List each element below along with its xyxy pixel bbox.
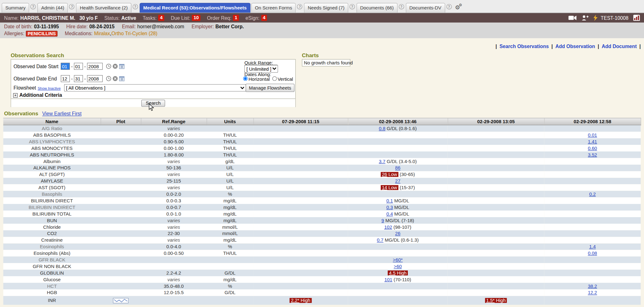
view-earliest-first-link[interactable]: View Earliest First [42,111,81,117]
expand-plus-icon[interactable]: + [13,93,18,97]
date-start-day-input[interactable] [74,63,83,70]
allergies-label: Allergies: [4,31,24,36]
value-cell [253,224,348,230]
lightning-icon[interactable] [593,15,597,21]
order-req-badge[interactable]: 1 [233,15,239,21]
observation-value-link[interactable]: 26 [395,231,401,236]
time-picker-icon[interactable] [106,63,111,69]
link-add-document[interactable]: Add Document [602,43,636,49]
observation-value-link[interactable]: 0.2 [589,192,596,197]
help-icon[interactable]: ? [31,4,36,9]
observation-value-link[interactable]: 3.52 [588,152,597,157]
value-cell [544,230,641,237]
clear-date-icon[interactable] [113,63,118,69]
tab-health-surveillance[interactable]: Health Surveillance (2) [76,3,131,13]
tab-summary[interactable]: Summary [2,3,29,13]
abnormal-value-badge[interactable]: 2.2* High [290,298,312,303]
add-person-icon[interactable] [581,15,588,20]
tab-documents[interactable]: Documents (66) [357,3,397,13]
date-end-day-input[interactable] [74,75,83,82]
value-detail: MG/DL (0.6-1.3) [383,238,419,243]
units-cell: % [207,283,253,289]
value-cell [253,145,348,151]
help-icon[interactable]: ? [446,4,452,9]
time-picker-icon[interactable] [106,76,111,81]
date-end-year-input[interactable] [87,75,103,82]
tab-needs-signed[interactable]: Needs Signed (7) [304,3,348,13]
observation-value-link[interactable]: 0.7 [377,238,383,243]
manage-flowsheets-button[interactable]: Manage Flowsheets [246,84,294,92]
value-cell [448,217,544,224]
medication-link-miralax[interactable]: Miralax [94,31,110,36]
medication-link-ortho-tri-cyclen[interactable]: Ortho Tri-Cyclen (28) [111,31,157,36]
inr-sparkline[interactable] [113,298,129,304]
help-icon[interactable]: ? [399,4,404,9]
charts-panel: Charts No growth charts found [302,52,350,67]
date-start-label: Observed Date Start [14,63,59,69]
observation-value-link[interactable]: 102 [384,224,392,229]
gear-icon[interactable]: ⚙⚙ [455,4,460,11]
help-icon[interactable]: ? [69,4,75,9]
calendar-icon[interactable] [119,76,125,81]
value-detail: (98-107) [392,224,411,229]
date-start-year-input[interactable] [87,63,103,70]
observation-value-link[interactable]: 0.01 [588,133,597,138]
link-add-observation[interactable]: Add Observation [555,43,595,49]
observation-value-link[interactable]: 0.60 [588,146,597,151]
abnormal-value-badge[interactable]: 4.5 High [388,271,408,276]
abnormal-value-badge[interactable]: 26 Low [381,172,398,177]
observation-value-link[interactable]: 27 [395,178,401,184]
help-icon[interactable]: ? [297,4,303,9]
observation-value-link[interactable]: 86 [395,165,401,170]
observation-value-link[interactable]: 0.4 [386,211,393,217]
observation-value-link[interactable]: 0.8 [379,126,386,131]
observation-value-link[interactable]: >60 [394,264,402,269]
observation-value-link[interactable]: 1.4 [589,244,596,249]
additional-criteria-toggle[interactable]: + Additional Criteria [13,92,62,98]
flowsheet-select[interactable]: [ All Observations ] [64,84,246,92]
ref-range-cell: 0.00-0.50 [141,250,207,256]
value-cell: 102 (98-107) [348,224,447,230]
abnormal-value-badge[interactable]: 1.5* High [485,298,507,303]
observation-value-link[interactable]: 38.2 [588,284,597,289]
chart-icon[interactable] [633,15,640,21]
tasks-badge[interactable]: 4 [158,15,164,21]
observation-value-link[interactable]: 101 [385,277,392,282]
due-list-badge[interactable]: 10 [192,15,200,21]
date-end-month-input[interactable] [61,75,70,82]
help-icon[interactable]: ? [133,4,138,9]
observation-value-link[interactable]: 0.08 [588,251,597,256]
observation-value-link[interactable]: 0.1 [386,198,393,203]
observation-value-link[interactable]: >60* [393,257,402,262]
quick-range-select[interactable]: [ Unlimited ] [244,65,278,73]
radio-vertical[interactable]: Vertical [272,76,293,82]
radio-horizontal[interactable]: Horizontal [243,76,270,82]
calendar-icon[interactable] [119,63,125,69]
observation-value-link[interactable]: 0.3 [386,205,393,210]
value-cell [253,132,348,138]
clear-date-icon[interactable] [113,76,118,81]
observation-value-link[interactable]: 1.41 [588,139,597,144]
date-start-month-input[interactable] [61,63,70,70]
allergy-penicillins-badge[interactable]: PENICILLINS [26,31,58,36]
value-cell [253,191,348,197]
observation-name: BILIRUBIN TOTAL [3,211,101,217]
tab-on-screen-forms[interactable]: On Screen Forms [251,3,296,13]
email-value: horner@mieweb.com [137,24,184,30]
value-cell: 9 MG/DL (7-18) [348,217,447,224]
video-camera-icon[interactable] [568,15,576,20]
help-icon[interactable]: ? [349,4,355,9]
observation-value-link[interactable]: 9 [381,218,384,223]
abnormal-value-badge[interactable]: 14 Low [381,185,398,190]
show-inactive-link[interactable]: Show Inactive [38,86,61,90]
esign-badge[interactable]: 4 [261,15,267,21]
tab-documents-dv[interactable]: Documents-DV [406,3,445,13]
link-search-observations[interactable]: Search Observations [499,43,549,49]
observation-name: BUN [3,217,101,224]
observation-value-link[interactable]: 3.7 [379,159,386,164]
tab-medical-record-active[interactable]: Medical Record (53):Observations/Flowshe… [140,3,250,13]
tab-admin[interactable]: Admin (44) [37,3,68,13]
observation-value-link[interactable]: 12.2 [588,290,597,295]
ref-range-cell: 12.0-15.5 [141,289,207,296]
search-button[interactable]: Search [141,100,165,107]
